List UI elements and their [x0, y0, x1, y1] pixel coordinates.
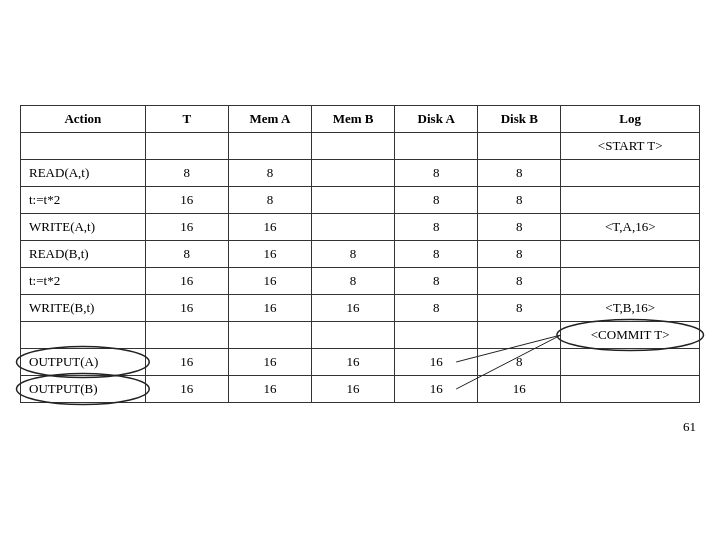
table-row: <START T>: [21, 133, 700, 160]
table-row: READ(A,t)8888: [21, 160, 700, 187]
table-container: Action T Mem A Mem B Disk A Disk B Log <…: [20, 105, 700, 403]
header-mema: Mem A: [228, 106, 311, 133]
table-row: OUTPUT(B)1616161616: [21, 376, 700, 403]
header-diskb: Disk B: [478, 106, 561, 133]
header-action: Action: [21, 106, 146, 133]
header-memb: Mem B: [311, 106, 394, 133]
table-row: READ(B,t)816888: [21, 241, 700, 268]
table-row: OUTPUT(A)161616168: [21, 349, 700, 376]
header-diska: Disk A: [395, 106, 478, 133]
header-t: T: [145, 106, 228, 133]
page-wrapper: Action T Mem A Mem B Disk A Disk B Log <…: [20, 105, 700, 435]
page-number: 61: [20, 419, 700, 435]
table-row: t:=t*21616888: [21, 268, 700, 295]
table-row: t:=t*216888: [21, 187, 700, 214]
table-row: WRITE(A,t)161688<T,A,16>: [21, 214, 700, 241]
table-row: <COMMIT T>: [21, 322, 700, 349]
header-log: Log: [561, 106, 700, 133]
table-row: WRITE(B,t)16161688<T,B,16>: [21, 295, 700, 322]
main-table: Action T Mem A Mem B Disk A Disk B Log <…: [20, 105, 700, 403]
